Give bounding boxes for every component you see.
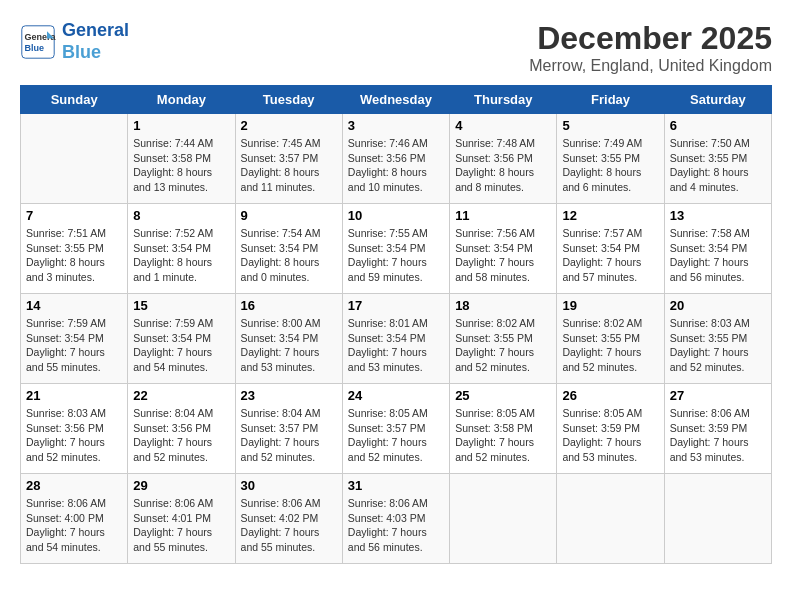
day-number: 13 — [670, 208, 766, 223]
day-number: 5 — [562, 118, 658, 133]
day-number: 2 — [241, 118, 337, 133]
calendar-cell: 18Sunrise: 8:02 AMSunset: 3:55 PMDayligh… — [450, 294, 557, 384]
weekday-header-row: SundayMondayTuesdayWednesdayThursdayFrid… — [21, 86, 772, 114]
day-number: 22 — [133, 388, 229, 403]
day-number: 18 — [455, 298, 551, 313]
calendar-cell: 1Sunrise: 7:44 AMSunset: 3:58 PMDaylight… — [128, 114, 235, 204]
day-number: 15 — [133, 298, 229, 313]
day-number: 14 — [26, 298, 122, 313]
day-number: 17 — [348, 298, 444, 313]
day-number: 27 — [670, 388, 766, 403]
month-title: December 2025 — [529, 20, 772, 57]
calendar-cell: 19Sunrise: 8:02 AMSunset: 3:55 PMDayligh… — [557, 294, 664, 384]
calendar-cell — [557, 474, 664, 564]
day-info: Sunrise: 7:50 AMSunset: 3:55 PMDaylight:… — [670, 136, 766, 195]
weekday-header-friday: Friday — [557, 86, 664, 114]
day-info: Sunrise: 7:52 AMSunset: 3:54 PMDaylight:… — [133, 226, 229, 285]
day-number: 25 — [455, 388, 551, 403]
calendar-cell: 31Sunrise: 8:06 AMSunset: 4:03 PMDayligh… — [342, 474, 449, 564]
calendar-cell: 12Sunrise: 7:57 AMSunset: 3:54 PMDayligh… — [557, 204, 664, 294]
day-info: Sunrise: 7:49 AMSunset: 3:55 PMDaylight:… — [562, 136, 658, 195]
calendar-cell: 8Sunrise: 7:52 AMSunset: 3:54 PMDaylight… — [128, 204, 235, 294]
day-number: 16 — [241, 298, 337, 313]
day-info: Sunrise: 8:05 AMSunset: 3:59 PMDaylight:… — [562, 406, 658, 465]
calendar-cell: 30Sunrise: 8:06 AMSunset: 4:02 PMDayligh… — [235, 474, 342, 564]
day-number: 26 — [562, 388, 658, 403]
day-number: 28 — [26, 478, 122, 493]
day-info: Sunrise: 8:06 AMSunset: 4:00 PMDaylight:… — [26, 496, 122, 555]
day-info: Sunrise: 7:44 AMSunset: 3:58 PMDaylight:… — [133, 136, 229, 195]
day-info: Sunrise: 8:01 AMSunset: 3:54 PMDaylight:… — [348, 316, 444, 375]
day-number: 3 — [348, 118, 444, 133]
day-info: Sunrise: 7:54 AMSunset: 3:54 PMDaylight:… — [241, 226, 337, 285]
day-info: Sunrise: 8:03 AMSunset: 3:56 PMDaylight:… — [26, 406, 122, 465]
calendar-cell — [664, 474, 771, 564]
calendar-week-5: 28Sunrise: 8:06 AMSunset: 4:00 PMDayligh… — [21, 474, 772, 564]
day-info: Sunrise: 8:05 AMSunset: 3:58 PMDaylight:… — [455, 406, 551, 465]
svg-text:Blue: Blue — [25, 43, 45, 53]
calendar-cell: 6Sunrise: 7:50 AMSunset: 3:55 PMDaylight… — [664, 114, 771, 204]
day-info: Sunrise: 7:55 AMSunset: 3:54 PMDaylight:… — [348, 226, 444, 285]
logo-text: GeneralBlue — [62, 20, 129, 63]
calendar-cell — [21, 114, 128, 204]
day-number: 4 — [455, 118, 551, 133]
calendar-table: SundayMondayTuesdayWednesdayThursdayFrid… — [20, 85, 772, 564]
day-info: Sunrise: 7:59 AMSunset: 3:54 PMDaylight:… — [26, 316, 122, 375]
calendar-cell: 29Sunrise: 8:06 AMSunset: 4:01 PMDayligh… — [128, 474, 235, 564]
day-info: Sunrise: 8:06 AMSunset: 3:59 PMDaylight:… — [670, 406, 766, 465]
day-info: Sunrise: 7:46 AMSunset: 3:56 PMDaylight:… — [348, 136, 444, 195]
calendar-cell: 16Sunrise: 8:00 AMSunset: 3:54 PMDayligh… — [235, 294, 342, 384]
day-info: Sunrise: 7:56 AMSunset: 3:54 PMDaylight:… — [455, 226, 551, 285]
weekday-header-saturday: Saturday — [664, 86, 771, 114]
calendar-cell: 15Sunrise: 7:59 AMSunset: 3:54 PMDayligh… — [128, 294, 235, 384]
calendar-cell: 23Sunrise: 8:04 AMSunset: 3:57 PMDayligh… — [235, 384, 342, 474]
weekday-header-sunday: Sunday — [21, 86, 128, 114]
calendar-cell: 13Sunrise: 7:58 AMSunset: 3:54 PMDayligh… — [664, 204, 771, 294]
weekday-header-wednesday: Wednesday — [342, 86, 449, 114]
calendar-week-1: 1Sunrise: 7:44 AMSunset: 3:58 PMDaylight… — [21, 114, 772, 204]
day-number: 24 — [348, 388, 444, 403]
day-number: 20 — [670, 298, 766, 313]
weekday-header-tuesday: Tuesday — [235, 86, 342, 114]
day-number: 12 — [562, 208, 658, 223]
day-number: 1 — [133, 118, 229, 133]
calendar-cell: 26Sunrise: 8:05 AMSunset: 3:59 PMDayligh… — [557, 384, 664, 474]
calendar-cell: 11Sunrise: 7:56 AMSunset: 3:54 PMDayligh… — [450, 204, 557, 294]
calendar-cell: 7Sunrise: 7:51 AMSunset: 3:55 PMDaylight… — [21, 204, 128, 294]
day-info: Sunrise: 8:06 AMSunset: 4:03 PMDaylight:… — [348, 496, 444, 555]
calendar-cell: 4Sunrise: 7:48 AMSunset: 3:56 PMDaylight… — [450, 114, 557, 204]
day-number: 9 — [241, 208, 337, 223]
title-area: December 2025 Merrow, England, United Ki… — [529, 20, 772, 75]
day-number: 6 — [670, 118, 766, 133]
day-info: Sunrise: 8:02 AMSunset: 3:55 PMDaylight:… — [455, 316, 551, 375]
day-info: Sunrise: 7:51 AMSunset: 3:55 PMDaylight:… — [26, 226, 122, 285]
weekday-header-monday: Monday — [128, 86, 235, 114]
calendar-cell: 24Sunrise: 8:05 AMSunset: 3:57 PMDayligh… — [342, 384, 449, 474]
calendar-cell: 25Sunrise: 8:05 AMSunset: 3:58 PMDayligh… — [450, 384, 557, 474]
calendar-cell — [450, 474, 557, 564]
logo-icon: General Blue — [20, 24, 56, 60]
day-info: Sunrise: 8:03 AMSunset: 3:55 PMDaylight:… — [670, 316, 766, 375]
calendar-cell: 17Sunrise: 8:01 AMSunset: 3:54 PMDayligh… — [342, 294, 449, 384]
day-info: Sunrise: 8:05 AMSunset: 3:57 PMDaylight:… — [348, 406, 444, 465]
day-info: Sunrise: 8:04 AMSunset: 3:57 PMDaylight:… — [241, 406, 337, 465]
calendar-week-4: 21Sunrise: 8:03 AMSunset: 3:56 PMDayligh… — [21, 384, 772, 474]
calendar-cell: 2Sunrise: 7:45 AMSunset: 3:57 PMDaylight… — [235, 114, 342, 204]
calendar-cell: 10Sunrise: 7:55 AMSunset: 3:54 PMDayligh… — [342, 204, 449, 294]
calendar-cell: 20Sunrise: 8:03 AMSunset: 3:55 PMDayligh… — [664, 294, 771, 384]
day-number: 7 — [26, 208, 122, 223]
day-info: Sunrise: 8:06 AMSunset: 4:01 PMDaylight:… — [133, 496, 229, 555]
day-info: Sunrise: 7:57 AMSunset: 3:54 PMDaylight:… — [562, 226, 658, 285]
day-number: 10 — [348, 208, 444, 223]
day-number: 31 — [348, 478, 444, 493]
location-title: Merrow, England, United Kingdom — [529, 57, 772, 75]
day-info: Sunrise: 8:04 AMSunset: 3:56 PMDaylight:… — [133, 406, 229, 465]
day-number: 11 — [455, 208, 551, 223]
day-info: Sunrise: 8:00 AMSunset: 3:54 PMDaylight:… — [241, 316, 337, 375]
weekday-header-thursday: Thursday — [450, 86, 557, 114]
calendar-cell: 9Sunrise: 7:54 AMSunset: 3:54 PMDaylight… — [235, 204, 342, 294]
day-info: Sunrise: 7:59 AMSunset: 3:54 PMDaylight:… — [133, 316, 229, 375]
day-number: 21 — [26, 388, 122, 403]
day-info: Sunrise: 7:45 AMSunset: 3:57 PMDaylight:… — [241, 136, 337, 195]
calendar-cell: 22Sunrise: 8:04 AMSunset: 3:56 PMDayligh… — [128, 384, 235, 474]
